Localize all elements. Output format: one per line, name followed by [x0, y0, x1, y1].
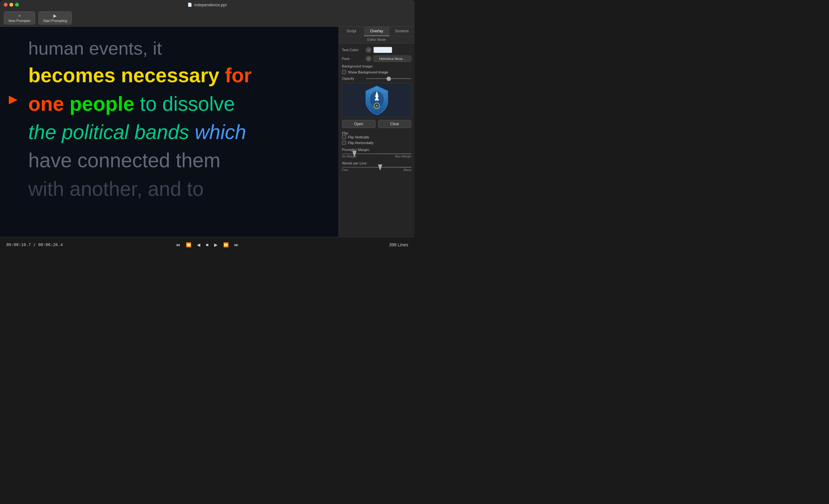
- show-bg-row: Show Background Image: [342, 70, 411, 74]
- flip-vertically-label: Flip Vertically: [348, 135, 369, 139]
- opacity-label: Opacity: [342, 77, 364, 80]
- opacity-slider[interactable]: [366, 78, 411, 79]
- svg-point-6: [376, 105, 377, 106]
- max-margin-label: Max Margin: [395, 155, 411, 158]
- font-row: Font: ∅ Helvetica Neue...: [342, 55, 411, 62]
- prompter-line-2: becomes necessary for: [28, 62, 320, 89]
- words-per-line-label: Words per Line:: [342, 161, 411, 165]
- rewind-button[interactable]: ⏪: [185, 241, 192, 248]
- title-text: independence.ppr: [194, 2, 227, 7]
- word-the-political-bands: the political bands: [28, 121, 195, 144]
- tab-script[interactable]: Script: [339, 27, 364, 36]
- stop-button[interactable]: ■: [205, 241, 210, 248]
- opacity-row: Opacity: [342, 77, 411, 80]
- sidebar-content: Text Color: ∅ Font: ∅ Helvetica Neue... …: [339, 44, 414, 237]
- word-becomes: becomes: [28, 64, 121, 87]
- editor-mode-label: Editor Mode: [339, 36, 414, 44]
- prompter-line-1: human events, it: [28, 36, 320, 61]
- text-color-label: Text Color:: [342, 48, 364, 52]
- clear-button[interactable]: Clear: [378, 120, 412, 128]
- prompter-line-4: the political bands which: [28, 119, 320, 146]
- main-layout: ▶ human events, it becomes necessary for…: [0, 27, 414, 237]
- prompter-area: ▶ human events, it becomes necessary for…: [0, 27, 338, 237]
- start-prompting-label: Start Prompting: [43, 19, 67, 23]
- tab-screens[interactable]: Screens: [389, 27, 414, 36]
- flip-horizontally-checkbox[interactable]: [342, 141, 346, 145]
- word-one: one: [28, 92, 70, 115]
- prompter-line-6: with another, and to: [28, 176, 320, 202]
- font-label: Font:: [342, 57, 364, 61]
- open-button[interactable]: Open: [342, 120, 375, 128]
- font-selector-button[interactable]: Helvetica Neue...: [373, 55, 411, 62]
- start-prompting-button[interactable]: ▶ Start Prompting: [38, 11, 72, 25]
- skip-to-start-button[interactable]: ⏮: [175, 241, 181, 248]
- play-indicator: ▶: [9, 92, 17, 106]
- text-color-circle-btn[interactable]: ∅: [366, 47, 371, 53]
- show-bg-checkbox[interactable]: [342, 70, 346, 74]
- time-separator: /: [33, 242, 38, 247]
- plus-icon: +: [18, 13, 21, 18]
- bottom-bar: 00:00:10.7 / 00:06:26.4 ⏮ ⏪ ◀ ■ ▶ ⏩ ⏭ 39…: [0, 237, 414, 252]
- margin-section: Prompter Margin: No Margin Max Margin: [342, 148, 411, 158]
- many-label: Many: [404, 168, 411, 172]
- words-section: Words per Line: Few Many: [342, 161, 411, 172]
- step-back-button[interactable]: ◀: [195, 241, 202, 248]
- play-button[interactable]: ▶: [213, 241, 219, 248]
- flip-vertically-row: Flip Vertically: [342, 135, 411, 139]
- open-clear-row: Open Clear: [342, 120, 411, 128]
- arrow-icon: ▶: [53, 13, 57, 18]
- font-circle-btn[interactable]: ∅: [366, 56, 371, 62]
- close-button[interactable]: [4, 3, 7, 7]
- window-title: 📄 independence.ppr: [187, 2, 227, 7]
- margin-slider[interactable]: [342, 153, 411, 154]
- lines-count: 398 Lines: [240, 242, 408, 247]
- fast-forward-button[interactable]: ⏩: [222, 241, 230, 248]
- word-for: for: [225, 64, 252, 87]
- prompter-line-5: have connected them: [28, 147, 320, 174]
- time-display: 00:00:10.7 / 00:06:26.4: [6, 242, 175, 247]
- shield-svg: [364, 85, 389, 115]
- word-which: which: [195, 121, 246, 144]
- flip-section: Flip: Flip Vertically Flip Horizontally: [342, 131, 411, 145]
- bg-image-preview: [342, 83, 411, 117]
- prompter-line-3: one people to dissolve: [28, 90, 320, 117]
- svg-rect-2: [376, 96, 378, 101]
- skip-to-end-button[interactable]: ⏭: [233, 241, 240, 248]
- word-necessary: necessary: [121, 64, 225, 87]
- few-label: Few: [342, 168, 348, 172]
- margin-minmax: No Margin Max Margin: [342, 155, 411, 158]
- words-slider[interactable]: [342, 167, 411, 167]
- word-to-dissolve: to dissolve: [140, 92, 235, 115]
- sidebar: Script Overlay Screens Editor Mode Text …: [338, 27, 414, 237]
- flip-horizontally-row: Flip Horizontally: [342, 141, 411, 145]
- flip-horizontally-label: Flip Horizontally: [348, 141, 374, 145]
- prompter-text: human events, it becomes necessary for o…: [0, 27, 338, 212]
- new-prompter-label: New Prompter: [8, 19, 31, 23]
- tab-overlay[interactable]: Overlay: [364, 27, 389, 36]
- sidebar-tabs: Script Overlay Screens: [339, 27, 414, 36]
- titlebar: 📄 independence.ppr: [0, 0, 414, 9]
- new-prompter-button[interactable]: + New Prompter: [4, 11, 35, 25]
- flip-label: Flip:: [342, 131, 411, 135]
- file-icon: 📄: [187, 2, 192, 7]
- total-time: 00:06:26.4: [38, 242, 63, 247]
- word-people: people: [70, 92, 140, 115]
- transport-controls: ⏮ ⏪ ◀ ■ ▶ ⏩ ⏭: [175, 241, 240, 248]
- minimize-button[interactable]: [9, 3, 13, 7]
- words-minmax: Few Many: [342, 168, 411, 172]
- text-color-swatch[interactable]: [373, 47, 392, 53]
- text-color-row: Text Color: ∅: [342, 47, 411, 53]
- show-bg-label: Show Background Image: [348, 70, 389, 74]
- traffic-lights: [4, 3, 19, 7]
- current-time: 00:00:10.7: [6, 242, 31, 247]
- maximize-button[interactable]: [15, 3, 19, 7]
- flip-vertically-checkbox[interactable]: [342, 135, 346, 139]
- bg-image-label: Background Image:: [342, 64, 411, 68]
- toolbar: + New Prompter ▶ Start Prompting: [0, 9, 414, 27]
